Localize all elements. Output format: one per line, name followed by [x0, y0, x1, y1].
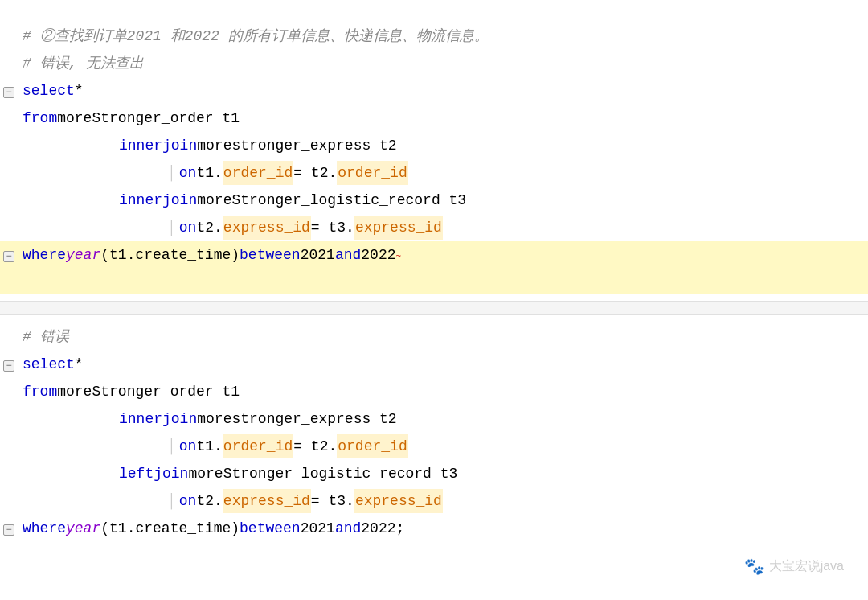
eq-2: = t3.: [311, 216, 354, 240]
comment-line-3: # 错误: [0, 323, 868, 351]
kw-inner-3: inner: [119, 407, 162, 431]
kw-where-1: where: [23, 243, 66, 267]
select-content-2: select *: [23, 352, 852, 376]
num-2022-2: 2022;: [361, 516, 404, 540]
kw-and-1: and: [335, 243, 361, 267]
line-inner-join-2: inner join morestronger_express t2: [0, 405, 868, 433]
kw-join-1: join: [162, 134, 197, 158]
on-content-1: │ on t1. order_id = t2. order_id: [23, 161, 852, 185]
where-content-1: where year (t1.create_time) between 2021…: [23, 243, 852, 269]
gutter-fold-2[interactable]: −: [0, 251, 23, 262]
on-t1-1: t1.: [196, 161, 222, 185]
on-t2-1: t2.: [196, 216, 222, 240]
table-1: moreStronger_order t1: [57, 106, 240, 130]
kw-inner-1: inner: [119, 134, 162, 158]
kw-join-3: join: [162, 407, 197, 431]
inner-join-content-2: inner join morestronger_express t2: [23, 407, 852, 431]
pipe-4: │: [167, 489, 176, 513]
from-content-1: from moreStronger_order t1: [23, 106, 852, 130]
field-order-id-2: order_id: [337, 161, 407, 185]
watermark-icon: 🐾: [744, 557, 764, 576]
separator: [0, 301, 868, 315]
comment-text-2: # 错误, 无法查出: [23, 51, 852, 76]
inner-join-content-1: inner join morestronger_express t2: [23, 134, 852, 158]
line-on-1: │ on t1. order_id = t2. order_id: [0, 159, 868, 187]
line-where-1: − where year (t1.create_time) between 20…: [0, 241, 868, 270]
comment-line-2: # 错误, 无法查出: [0, 50, 868, 77]
year-arg-2: (t1.create_time): [100, 516, 240, 540]
gutter-fold-1[interactable]: −: [0, 87, 23, 98]
logistic-table-1: moreStronger_logistic_record t3: [197, 188, 466, 212]
pipe-2: │: [167, 216, 176, 240]
from-content-2: from moreStronger_order t1: [23, 380, 852, 404]
inner-join-logistic-content-1: inner join moreStronger_logistic_record …: [23, 188, 852, 212]
kw-join-2: join: [162, 188, 197, 212]
field-express-id-2: express_id: [354, 216, 443, 240]
table-2: moreStronger_order t1: [57, 380, 240, 404]
on-express-content-2: │ on t2. express_id = t3. express_id: [23, 489, 852, 513]
kw-select-2: select: [23, 352, 75, 376]
kw-join-4: join: [154, 462, 188, 486]
kw-on-1: on: [179, 161, 197, 185]
fold-icon-3[interactable]: −: [3, 360, 14, 372]
comment-text-3: # 错误: [23, 325, 852, 349]
line-on-express-1: │ on t2. express_id = t3. express_id: [0, 214, 868, 241]
express-table-2: morestronger_express t2: [197, 407, 396, 431]
kw-where-2: where: [23, 516, 66, 540]
kw-on-2: on: [179, 216, 197, 240]
eq-3: = t2.: [293, 434, 337, 458]
squiggle-1: ~: [396, 245, 402, 269]
line-inner-join-logistic-1: inner join moreStronger_logistic_record …: [0, 187, 868, 214]
kw-from-2: from: [23, 380, 57, 404]
left-join-content-2: left join moreStronger_logistic_record t…: [23, 462, 852, 486]
comment-2: # 错误, 无法查出: [23, 51, 144, 76]
star-1: *: [75, 79, 84, 103]
watermark-text: 大宝宏说java: [769, 558, 844, 575]
express-table-1: morestronger_express t2: [197, 134, 396, 158]
field-express-id-4: express_id: [354, 489, 443, 513]
line-inner-join-1: inner join morestronger_express t2: [0, 132, 868, 159]
field-order-id-3: order_id: [223, 434, 293, 458]
logistic-table-2: moreStronger_logistic_record t3: [188, 462, 457, 486]
line-on-2: │ on t1. order_id = t2. order_id: [0, 433, 868, 460]
num-2022-1: 2022: [361, 243, 395, 267]
kw-on-3: on: [179, 434, 197, 458]
on-express-content-1: │ on t2. express_id = t3. express_id: [23, 216, 852, 240]
kw-from-1: from: [23, 106, 57, 130]
eq-1: = t2.: [293, 161, 337, 185]
field-order-id-4: order_id: [337, 434, 407, 458]
code-block-2: # 错误 − select * from moreStronger_order …: [0, 315, 868, 549]
gutter-fold-4[interactable]: −: [0, 524, 23, 536]
code-editor: # ②查找到订单2021 和2022 的所有订单信息、快递信息、物流信息。 # …: [0, 0, 868, 600]
fold-icon-4[interactable]: −: [3, 524, 14, 536]
line-select-2: − select *: [0, 351, 868, 378]
kw-and-2: and: [335, 516, 361, 540]
watermark: 🐾 大宝宏说java: [744, 557, 844, 576]
fold-icon-2[interactable]: −: [3, 251, 14, 262]
kw-select-1: select: [23, 79, 75, 103]
kw-inner-2: inner: [119, 188, 162, 212]
on-t2-2: t2.: [196, 489, 222, 513]
on-t1-2: t1.: [196, 434, 222, 458]
line-left-join-2: left join moreStronger_logistic_record t…: [0, 460, 868, 487]
fn-year-2: year: [66, 516, 100, 540]
on-content-2: │ on t1. order_id = t2. order_id: [23, 434, 852, 458]
num-2021-2: 2021: [301, 516, 335, 540]
kw-between-1: between: [240, 243, 301, 267]
line-select-1: − select *: [0, 77, 868, 105]
line-from-2: from moreStronger_order t1: [0, 378, 868, 405]
line-where-2: − where year (t1.create_time) between 20…: [0, 515, 868, 542]
star-2: *: [75, 352, 84, 376]
kw-between-2: between: [240, 516, 301, 540]
comment-line-1: # ②查找到订单2021 和2022 的所有订单信息、快递信息、物流信息。: [0, 23, 868, 50]
fn-year-1: year: [66, 243, 100, 267]
pipe-1: │: [167, 161, 176, 185]
fold-icon-1[interactable]: −: [3, 87, 14, 98]
field-express-id-3: express_id: [223, 489, 311, 513]
comment-3: # 错误: [23, 325, 69, 349]
line-from-1: from moreStronger_order t1: [0, 105, 868, 132]
where-content-2: where year (t1.create_time) between 2021…: [23, 516, 852, 540]
pipe-3: │: [167, 434, 176, 458]
comment-1: # ②查找到订单2021 和2022 的所有订单信息、快递信息、物流信息。: [23, 24, 489, 48]
gutter-fold-3[interactable]: −: [0, 360, 23, 372]
